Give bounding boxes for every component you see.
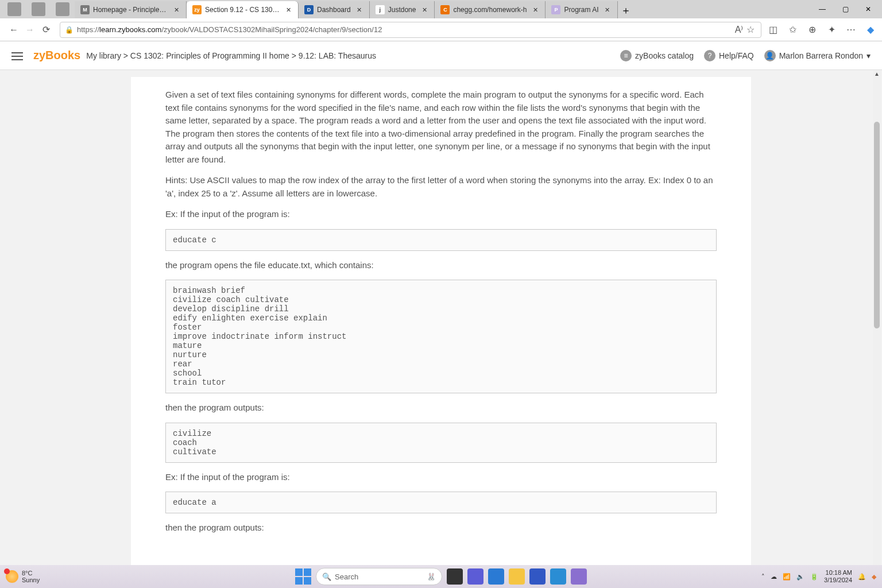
- weather-widget[interactable]: 8°C Sunny: [6, 570, 40, 583]
- search-placeholder: Search: [335, 572, 358, 581]
- example-intro: Ex: If the input of the program is:: [165, 208, 717, 221]
- close-icon[interactable]: ✕: [284, 6, 292, 14]
- close-icon[interactable]: ✕: [355, 6, 363, 14]
- favicon-icon: D: [304, 5, 314, 14]
- explorer-icon[interactable]: [509, 568, 525, 585]
- instructions-paragraph: Given a set of text files containing syn…: [165, 88, 717, 166]
- taskview-icon[interactable]: [447, 568, 463, 585]
- lab-card: Given a set of text files containing syn…: [131, 77, 751, 566]
- taskbar-search[interactable]: 🔍 Search 🐰: [316, 568, 442, 585]
- tab-title: Program AI: [564, 6, 598, 14]
- app-icon[interactable]: [467, 568, 483, 585]
- input-example-2: educate a: [165, 492, 717, 513]
- split-screen-icon[interactable]: ◫: [767, 24, 779, 36]
- minimize-button[interactable]: —: [811, 0, 834, 18]
- user-menu[interactable]: 👤 Marlon Barrera Rondon ▾: [764, 50, 871, 61]
- tab-title: Section 9.12 - CS 1302: P: [205, 6, 280, 14]
- tab-chegg[interactable]: C chegg.com/homework-h ✕: [435, 1, 546, 18]
- example-intro-2: Ex: If the input of the program is:: [165, 471, 717, 484]
- help-link[interactable]: ? Help/FAQ: [704, 50, 754, 61]
- output-intro-2: then the program outputs:: [165, 521, 717, 535]
- browser-tab-strip: M Homepage - Principles o ✕ zy Section 9…: [0, 0, 882, 18]
- catalog-link[interactable]: ≡ zyBooks catalog: [620, 50, 694, 61]
- close-icon[interactable]: ✕: [420, 6, 428, 14]
- file-contents-example: brainwash brief civilize coach cultivate…: [165, 280, 717, 393]
- forward-button: →: [22, 22, 38, 38]
- profile-icon[interactable]: [7, 2, 21, 16]
- tab-programai[interactable]: P Program AI ✕: [546, 1, 617, 18]
- battery-icon[interactable]: 🔋: [810, 573, 818, 581]
- maximize-button[interactable]: ▢: [834, 0, 857, 18]
- tab-title: Homepage - Principles o: [93, 6, 168, 14]
- workspaces-icon[interactable]: [32, 2, 45, 16]
- weather-icon: [6, 570, 18, 583]
- weather-condition: Sunny: [22, 577, 40, 583]
- tab-dashboard[interactable]: D Dashboard ✕: [299, 1, 370, 18]
- header-right: ≡ zyBooks catalog ? Help/FAQ 👤 Marlon Ba…: [620, 50, 871, 61]
- file-contents-intro: the program opens the file educate.txt, …: [165, 259, 717, 272]
- scroll-up-icon[interactable]: ▲: [873, 70, 881, 78]
- favicon-icon: M: [80, 5, 90, 14]
- read-aloud-icon[interactable]: A⁾: [733, 24, 745, 36]
- menu-button[interactable]: [11, 50, 23, 61]
- tab-homepage[interactable]: M Homepage - Principles o ✕: [75, 1, 187, 18]
- help-icon: ?: [704, 50, 715, 61]
- url-text: https://learn.zybooks.com/zybook/VALDOST…: [77, 25, 733, 34]
- favorite-icon[interactable]: ☆: [745, 24, 756, 36]
- tab-actions-icon[interactable]: [56, 2, 69, 16]
- tab-justdone[interactable]: j Justdone ✕: [370, 1, 435, 18]
- taskbar-center: 🔍 Search 🐰: [295, 568, 587, 585]
- zybooks-logo[interactable]: zyBooks: [33, 49, 80, 62]
- search-icon: 🔍: [322, 572, 331, 581]
- toolbar-icons: ◫ ✩ ⊕ ✦ ⋯ ◆: [767, 24, 876, 36]
- favicon-icon: j: [376, 5, 385, 14]
- vertical-scrollbar[interactable]: ▲ ▼: [873, 70, 881, 588]
- store-icon[interactable]: [529, 568, 546, 585]
- system-tray: ˄ ☁ 📶 🔈 🔋 10:18 AM 3/19/2024 🔔 ◆: [761, 569, 876, 584]
- chevron-down-icon: ▾: [866, 51, 871, 60]
- breadcrumb[interactable]: My library > CS 1302: Principles of Prog…: [86, 51, 376, 60]
- tab-title: Dashboard: [317, 6, 351, 14]
- output-example-1: civilize coach cultivate: [165, 423, 717, 463]
- onedrive-icon[interactable]: ☁: [771, 573, 777, 581]
- close-window-button[interactable]: ✕: [857, 0, 880, 18]
- tab-zybooks-section[interactable]: zy Section 9.12 - CS 1302: P ✕: [187, 1, 299, 18]
- start-button[interactable]: [295, 568, 311, 585]
- lock-icon: 🔒: [65, 26, 74, 34]
- new-tab-button[interactable]: ＋: [618, 2, 634, 18]
- user-icon: 👤: [764, 50, 776, 61]
- address-field[interactable]: 🔒 https://learn.zybooks.com/zybook/VALDO…: [60, 22, 761, 38]
- hints-paragraph: Hints: Use ASCII values to map the row i…: [165, 174, 717, 200]
- address-bar: ← → ⟳ 🔒 https://learn.zybooks.com/zybook…: [0, 18, 882, 41]
- extensions-icon[interactable]: ✦: [826, 24, 837, 36]
- close-icon[interactable]: ✕: [531, 6, 539, 14]
- scrollbar-thumb[interactable]: [874, 122, 880, 328]
- wifi-icon[interactable]: 📶: [783, 573, 791, 581]
- edge-icon[interactable]: [488, 568, 504, 585]
- more-icon[interactable]: ⋯: [845, 24, 857, 36]
- mail-icon[interactable]: [550, 568, 566, 585]
- office-icon[interactable]: [571, 568, 587, 585]
- tab-strip: M Homepage - Principles o ✕ zy Section 9…: [75, 0, 811, 18]
- favicon-icon: P: [551, 5, 560, 14]
- windows-taskbar: 8°C Sunny 🔍 Search 🐰 ˄ ☁ 📶 🔈 🔋 10:18 AM …: [0, 565, 882, 588]
- volume-icon[interactable]: 🔈: [796, 573, 804, 581]
- close-icon[interactable]: ✕: [172, 6, 180, 14]
- refresh-button[interactable]: ⟳: [38, 22, 54, 38]
- close-icon[interactable]: ✕: [604, 6, 612, 14]
- zybooks-header: zyBooks My library > CS 1302: Principles…: [0, 41, 882, 70]
- tab-title: chegg.com/homework-h: [453, 6, 527, 14]
- tab-title: Justdone: [388, 6, 416, 14]
- copilot-tray-icon[interactable]: ◆: [872, 573, 876, 581]
- copilot-icon[interactable]: ◆: [865, 24, 876, 36]
- back-button[interactable]: ←: [6, 22, 22, 38]
- favicon-icon: C: [440, 5, 450, 14]
- favorites-icon[interactable]: ✩: [787, 24, 798, 36]
- content-area: Given a set of text files containing syn…: [0, 70, 882, 588]
- favicon-icon: zy: [192, 5, 202, 14]
- notifications-icon[interactable]: 🔔: [858, 573, 866, 581]
- temperature: 8°C: [22, 570, 40, 577]
- chevron-up-icon[interactable]: ˄: [761, 573, 765, 581]
- clock[interactable]: 10:18 AM 3/19/2024: [824, 569, 852, 584]
- collections-icon[interactable]: ⊕: [806, 24, 818, 36]
